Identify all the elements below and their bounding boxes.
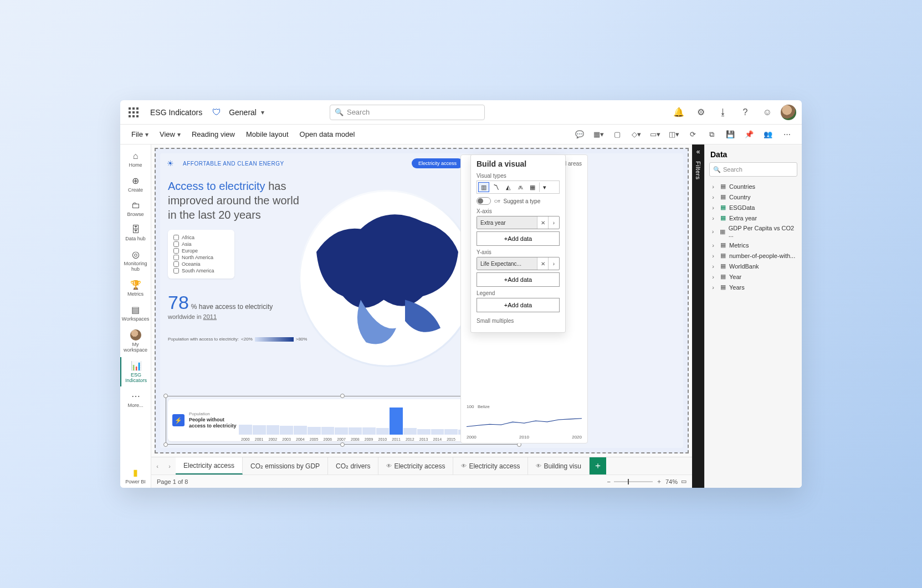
feedback-smiley-icon[interactable]: ☺ [759, 104, 776, 121]
chat-icon[interactable]: 💬 [571, 127, 588, 142]
chevron-right-icon[interactable]: › [548, 216, 559, 229]
visual-gallery-icon[interactable]: ◫▾ [665, 127, 682, 142]
more-ellipsis-icon[interactable]: ⋯ [778, 127, 795, 142]
bar-2000[interactable]: 2000 [239, 425, 252, 435]
suggest-row[interactable]: Off Suggest a type [477, 197, 560, 205]
chevron-down-icon[interactable]: ▾ [261, 109, 264, 116]
table-node[interactable]: ›▦WorldBank [708, 261, 798, 271]
vistype-ribbon-icon[interactable]: ⩕ [515, 182, 526, 192]
download-icon[interactable]: ⭳ [714, 104, 732, 121]
table-node[interactable]: ›▦Extra year [708, 213, 798, 223]
app-launcher-icon[interactable] [126, 105, 141, 120]
bar-2007[interactable]: 2007 [335, 427, 348, 435]
nav-create[interactable]: ⊕Create [120, 172, 151, 196]
nav-more[interactable]: ⋯More... [120, 388, 151, 411]
region-north-america[interactable]: North America [173, 254, 229, 261]
table-node[interactable]: ›▦GDP Per Capita vs CO2 ... [708, 223, 798, 240]
xaxis-field-chip[interactable]: Extra year ✕ › [477, 216, 560, 229]
menu-reading-view[interactable]: Reading view [187, 128, 239, 141]
data-search[interactable]: 🔍 Search [709, 162, 797, 177]
fit-page-icon[interactable]: ▭ [681, 478, 687, 485]
bar-2003[interactable]: 2003 [280, 426, 293, 435]
legend-add-data[interactable]: +Add data [477, 298, 560, 312]
region-europe[interactable]: Europe [173, 247, 229, 254]
nav-workspaces[interactable]: ▤Workspaces [120, 301, 151, 325]
shapes-icon[interactable]: ◇▾ [628, 127, 644, 142]
bar-2004[interactable]: 2004 [294, 426, 307, 435]
vistype-more-chevron-icon[interactable]: ▾ [539, 182, 550, 192]
add-page-button[interactable]: ＋ [590, 457, 606, 474]
teams-icon[interactable]: 👥 [760, 127, 776, 142]
pill-electricity-access[interactable]: Electricity access [412, 158, 463, 168]
table-node[interactable]: ›▦Years [708, 282, 798, 292]
nav-metrics[interactable]: 🏆Metrics [120, 276, 151, 300]
filters-pane-collapsed[interactable]: « Filters [692, 145, 704, 488]
nav-monitoring-hub[interactable]: ◎Monitoring hub [120, 246, 151, 275]
bar-2010[interactable]: 2010 [376, 428, 390, 435]
region-africa[interactable]: Africa [173, 234, 229, 241]
refresh-icon[interactable]: ⟳ [684, 127, 701, 142]
nav-home[interactable]: ⌂Home [120, 148, 151, 171]
chevron-right-icon[interactable]: › [548, 257, 559, 270]
nav-browse[interactable]: 🗀Browse [120, 197, 151, 220]
nav-esg-indicators[interactable]: 📊ESG Indicators [120, 357, 151, 386]
buttons-icon[interactable]: ▭▾ [647, 127, 663, 142]
duplicate-icon[interactable]: ⧉ [703, 127, 720, 142]
menu-mobile-layout[interactable]: Mobile layout [242, 128, 293, 141]
workspace-name[interactable]: ESG Indicators [150, 108, 202, 117]
xaxis-add-data[interactable]: +Add data [477, 231, 560, 246]
bar-2015[interactable]: 2015 [444, 429, 458, 435]
table-node[interactable]: ›▦ESGData [708, 202, 798, 213]
tab-building-visu[interactable]: 👁Building visu [528, 457, 589, 474]
sensitivity-label[interactable]: General [229, 108, 257, 117]
help-icon[interactable]: ? [736, 104, 754, 121]
tab-electricity-access[interactable]: Electricity access [176, 457, 243, 474]
save-icon[interactable]: 💾 [722, 127, 739, 142]
tabs-prev-icon[interactable]: ‹ [151, 457, 163, 474]
vistype-area-icon[interactable]: ◭ [503, 182, 514, 192]
table-node[interactable]: ›▦Metrics [708, 240, 798, 250]
copilot-icon[interactable]: ▦▾ [590, 127, 607, 142]
nav-power-bi[interactable]: ▮Power BI [120, 464, 151, 488]
globe-map[interactable] [299, 190, 476, 367]
suggest-toggle[interactable] [477, 197, 491, 205]
settings-gear-icon[interactable]: ⚙ [692, 104, 710, 121]
expand-filters-icon[interactable]: « [696, 148, 700, 156]
user-avatar[interactable] [781, 105, 796, 120]
menu-view[interactable]: View▾ [155, 128, 185, 141]
vistype-table-icon[interactable]: ▦ [527, 182, 538, 192]
bar-2014[interactable]: 2014 [431, 429, 444, 435]
bar-2012[interactable]: 2012 [403, 428, 417, 435]
table-node[interactable]: ›▦Year [708, 271, 798, 282]
nav-my-workspace[interactable]: My workspace [120, 326, 151, 356]
yaxis-field-chip[interactable]: Life Expectanc... ✕ › [477, 257, 560, 270]
zoom-slider[interactable] [614, 481, 653, 482]
yaxis-add-data[interactable]: +Add data [477, 272, 560, 287]
text-box-icon[interactable]: ▢ [609, 127, 626, 142]
zoom-out-icon[interactable]: − [607, 478, 611, 485]
tab-co2-drivers[interactable]: CO₂ drivers [328, 457, 378, 474]
nav-data-hub[interactable]: 🗄Data hub [120, 221, 151, 245]
bar-2002[interactable]: 2002 [267, 425, 280, 435]
region-oceania[interactable]: Oceania [173, 261, 229, 267]
pin-icon[interactable]: 📌 [741, 127, 757, 142]
region-south-america[interactable]: South America [173, 267, 229, 274]
bar-2005[interactable]: 2005 [308, 427, 321, 435]
zoom-in-icon[interactable]: ＋ [656, 477, 662, 486]
vistype-line-icon[interactable]: 〽 [490, 182, 501, 192]
bar-2011[interactable]: 2011 [390, 408, 403, 435]
menu-file[interactable]: File▾ [127, 128, 153, 141]
remove-x-icon[interactable]: ✕ [537, 216, 548, 229]
notifications-icon[interactable]: 🔔 [670, 104, 688, 121]
tab-co2-gdp[interactable]: CO₂ emissions by GDP [243, 457, 328, 474]
global-search[interactable]: 🔍 Search [330, 105, 485, 120]
zoom-control[interactable]: − ＋ 74% ▭ [607, 477, 687, 486]
report-canvas[interactable]: ☀ AFFORTABLE AND CLEAN ENERGY Electricit… [155, 148, 689, 453]
bar-2008[interactable]: 2008 [349, 427, 362, 435]
tabs-next-icon[interactable]: › [163, 457, 176, 474]
vistype-column-icon[interactable]: ▥ [478, 182, 489, 192]
table-node[interactable]: ›▦number-of-people-with... [708, 250, 798, 261]
bar-2006[interactable]: 2006 [321, 427, 335, 435]
tab-electricity-access-3[interactable]: 👁Electricity access [453, 457, 528, 474]
bar-2009[interactable]: 2009 [362, 427, 376, 435]
